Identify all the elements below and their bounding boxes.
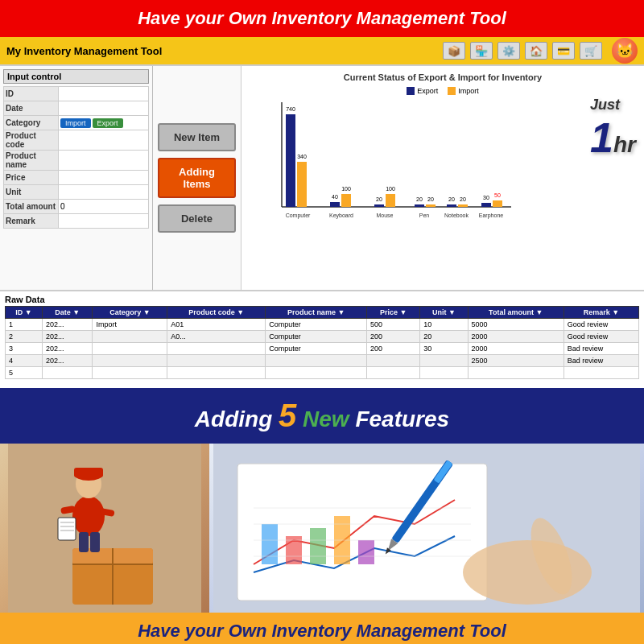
svg-text:40: 40 (332, 194, 338, 200)
mascot-icon: 🐱 (612, 38, 638, 64)
svg-rect-39 (262, 524, 278, 564)
cell (266, 355, 367, 367)
banner-post: Features (355, 407, 449, 431)
cell: Bad review (564, 343, 638, 355)
form-row-product-name: Product name (4, 151, 149, 171)
field-category[interactable]: Import Export (59, 116, 149, 130)
svg-rect-36 (90, 532, 100, 552)
icon-tool[interactable]: ⚙️ (497, 42, 520, 60)
cell (468, 367, 564, 379)
label-product-name: Product name (4, 151, 59, 171)
svg-rect-28 (74, 468, 103, 477)
table-header: ID ▼ Date ▼ Category ▼ Product code ▼ Pr… (6, 307, 639, 319)
svg-text:100: 100 (386, 186, 395, 192)
svg-rect-41 (310, 528, 326, 564)
svg-text:Computer: Computer (286, 213, 311, 219)
bar-pen-export (415, 204, 424, 207)
delete-button[interactable]: Delete (158, 204, 236, 233)
svg-point-52 (463, 540, 592, 605)
svg-point-25 (72, 496, 105, 536)
new-item-button[interactable]: New Item (158, 123, 236, 151)
svg-rect-35 (79, 532, 89, 552)
cell (564, 367, 638, 379)
icon-card[interactable]: 💳 (552, 42, 575, 60)
svg-text:Pen: Pen (419, 213, 430, 218)
bar-notebook-import (458, 204, 468, 207)
adding-items-button[interactable]: Adding Items (158, 158, 236, 198)
field-date[interactable] (59, 101, 149, 116)
svg-text:20: 20 (376, 196, 382, 202)
legend-import: Import (448, 87, 479, 95)
top-banner: Have your Own Inventory Management Tool (0, 0, 644, 37)
cell: 1 (6, 319, 43, 331)
bar-notebook-export (447, 204, 456, 207)
cell: 202... (43, 343, 93, 355)
icon-package[interactable]: 📦 (443, 42, 465, 60)
th-product-code: Product code ▼ (167, 307, 266, 319)
cell: Computer (266, 331, 367, 343)
cell: 202... (43, 319, 93, 331)
svg-text:Keyboard: Keyboard (329, 213, 353, 219)
bar-mouse-export (374, 204, 384, 207)
cell: 3 (6, 343, 43, 355)
svg-text:20: 20 (427, 196, 434, 202)
svg-text:Notebook: Notebook (444, 213, 469, 218)
legend-import-label: Import (458, 87, 479, 95)
field-unit[interactable] (59, 185, 149, 200)
icon-cart[interactable]: 🛒 (580, 42, 602, 60)
field-id[interactable] (59, 87, 149, 101)
table-row: 3 202... Computer 200 30 2000 Bad review (6, 343, 639, 355)
bar-earphone-import (493, 200, 502, 207)
chart-legend: Export Import (250, 87, 636, 95)
bottom-banner: Have your Own Inventory Management Tool (0, 613, 644, 644)
bar-chart-svg: 740 340 Computer 40 100 Keyboard 20 100 … (258, 98, 515, 231)
export-button[interactable]: Export (93, 118, 123, 128)
svg-text:20: 20 (416, 196, 423, 202)
label-unit: Unit (4, 185, 59, 200)
cell: 200 (366, 343, 419, 355)
label-product-code: Product code (4, 130, 59, 151)
table-row: 4 202... 2500 Bad review (6, 355, 639, 367)
raw-data-section: Raw Data ID ▼ Date ▼ Category ▼ Product … (0, 291, 644, 388)
svg-text:20: 20 (460, 196, 466, 202)
cell: 5000 (468, 319, 564, 331)
icon-store[interactable]: 🏪 (470, 42, 493, 60)
cell: Import (93, 319, 167, 331)
cell: Bad review (564, 355, 638, 367)
svg-text:50: 50 (494, 192, 501, 198)
bottom-images (0, 444, 644, 613)
cell: A0... (167, 331, 266, 343)
field-product-name[interactable] (59, 151, 149, 171)
one-label: 1 (590, 114, 613, 161)
action-buttons: New Item Adding Items Delete (153, 66, 242, 290)
field-remark[interactable] (59, 214, 149, 229)
field-price[interactable] (59, 171, 149, 185)
th-id: ID ▼ (6, 307, 43, 319)
legend-import-box (448, 87, 456, 95)
svg-text:340: 340 (297, 154, 307, 159)
icon-home[interactable]: 🏠 (525, 42, 547, 60)
bar-keyboard-export (330, 202, 340, 207)
header-icons: 📦 🏪 ⚙️ 🏠 💳 🛒 🐱 (443, 38, 638, 64)
field-product-code[interactable] (59, 130, 149, 151)
import-button[interactable]: Import (60, 118, 91, 128)
label-price: Price (4, 171, 59, 185)
form-row-date: Date (4, 101, 149, 116)
input-form-table: ID Date Category Import Export Product c… (3, 86, 149, 229)
header-row: ID ▼ Date ▼ Category ▼ Product code ▼ Pr… (6, 307, 639, 319)
cell (93, 331, 167, 343)
cell (366, 355, 419, 367)
cell (167, 355, 266, 367)
form-row-unit: Unit (4, 185, 149, 200)
just-label: Just (590, 97, 620, 113)
cell: 2000 (468, 343, 564, 355)
cell: 202... (43, 331, 93, 343)
cell: Computer (266, 343, 367, 355)
th-price: Price ▼ (366, 307, 419, 319)
cell (93, 343, 167, 355)
field-total[interactable]: 0 (59, 200, 149, 214)
cell (420, 367, 468, 379)
svg-text:Mouse: Mouse (376, 213, 393, 218)
cell: 500 (366, 319, 419, 331)
th-unit: Unit ▼ (420, 307, 468, 319)
